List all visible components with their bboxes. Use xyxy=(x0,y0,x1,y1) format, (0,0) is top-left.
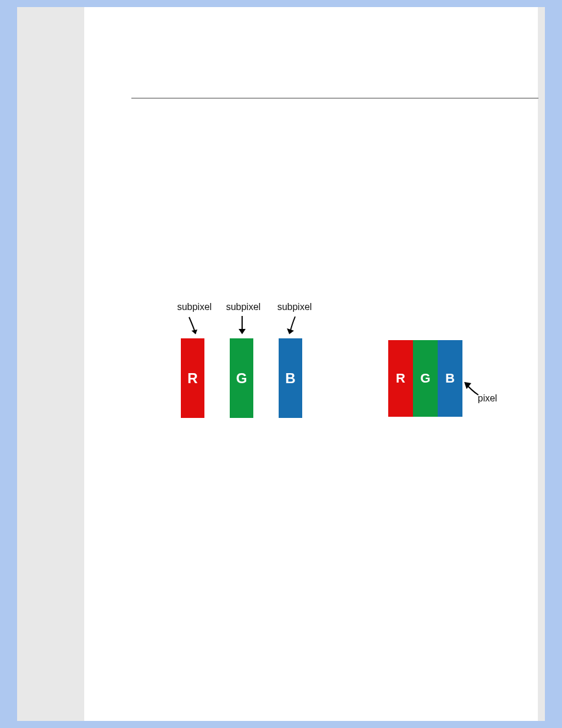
subpixel-bar-b: B xyxy=(279,338,302,418)
pixel-seg-g: G xyxy=(413,340,438,417)
subpixel-label-r: subpixel xyxy=(171,302,218,312)
arrow-down-left-icon xyxy=(283,315,307,338)
subpixel-bar-r: R xyxy=(181,338,204,418)
pixel-seg-b: B xyxy=(438,340,462,417)
document-page: subpixel subpixel subpixel R G B R G B xyxy=(84,7,538,721)
subpixel-label-b: subpixel xyxy=(271,302,318,312)
horizontal-rule xyxy=(131,98,541,98)
page-right-shadow xyxy=(538,7,545,721)
document-background: subpixel subpixel subpixel R G B R G B xyxy=(17,7,545,721)
subpixel-bar-g: G xyxy=(230,338,253,418)
combined-pixel: R G B xyxy=(388,340,462,417)
subpixel-label-g: subpixel xyxy=(220,302,267,312)
pixel-seg-r: R xyxy=(388,340,413,417)
pixel-label: pixel xyxy=(478,393,497,404)
arrow-down-icon xyxy=(235,315,259,338)
arrow-down-right-icon xyxy=(187,315,211,338)
